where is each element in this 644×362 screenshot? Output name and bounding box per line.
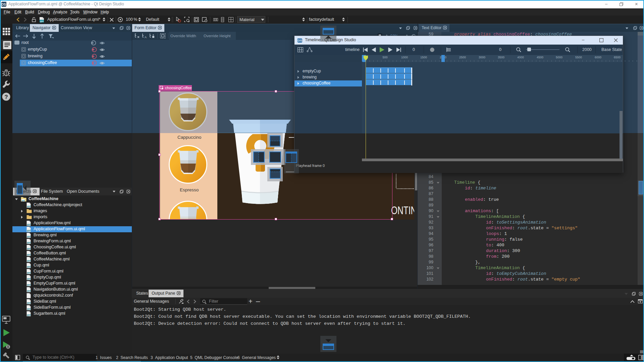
- svg-text:qml: qml: [27, 314, 31, 316]
- svg-text:qml: qml: [27, 229, 31, 232]
- svg-text:qml: qml: [27, 259, 31, 262]
- svg-text:qml: qml: [27, 223, 31, 226]
- svg-text:?: ?: [4, 94, 8, 100]
- svg-text:qml: qml: [27, 284, 31, 286]
- svg-text:qml: qml: [21, 199, 25, 201]
- svg-text:qml: qml: [27, 278, 31, 280]
- svg-text:qml: qml: [27, 205, 31, 208]
- svg-text:qml: qml: [27, 265, 31, 268]
- svg-text:qml: qml: [27, 253, 31, 256]
- svg-text:qml: qml: [27, 241, 31, 244]
- svg-text:A: A: [145, 36, 147, 39]
- svg-text:qml: qml: [27, 290, 31, 292]
- svg-text:qml: qml: [27, 308, 31, 310]
- svg-text:qml: qml: [27, 272, 31, 274]
- svg-text:qml: qml: [27, 302, 31, 304]
- svg-text:DS: DS: [1, 3, 6, 6]
- svg-text:qml: qml: [27, 247, 31, 250]
- svg-text:qml: qml: [27, 235, 31, 238]
- svg-text:qml: qml: [40, 20, 44, 23]
- svg-text:DS: DS: [298, 39, 302, 42]
